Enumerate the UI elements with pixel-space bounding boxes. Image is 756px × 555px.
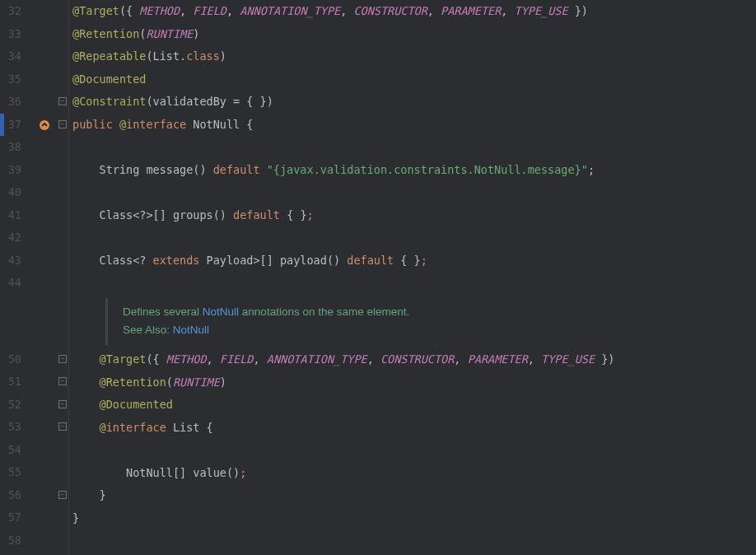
- code-editor[interactable]: 3233343536373839404142434450515253545556…: [0, 0, 756, 555]
- javadoc-link-notnull[interactable]: NotNull: [173, 324, 209, 336]
- code-line[interactable]: NotNull[] value();: [72, 462, 756, 485]
- line-number[interactable]: 40: [0, 181, 21, 204]
- fold-toggle-icon[interactable]: −: [58, 355, 67, 363]
- code-line[interactable]: @Repeatable(List.class): [72, 45, 756, 68]
- code-area[interactable]: @Target({ METHOD, FIELD, ANNOTATION_TYPE…: [69, 0, 756, 555]
- code-line[interactable]: @Documented: [72, 68, 756, 91]
- fold-toggle-icon[interactable]: −: [58, 97, 67, 105]
- line-number[interactable]: 38: [0, 136, 21, 159]
- line-number[interactable]: 32: [0, 0, 21, 23]
- code-line[interactable]: @Target({ METHOD, FIELD, ANNOTATION_TYPE…: [72, 0, 756, 23]
- code-line[interactable]: }: [72, 507, 756, 530]
- code-line[interactable]: [72, 226, 756, 250]
- line-number[interactable]: 52: [0, 394, 21, 417]
- fold-toggle-icon[interactable]: −: [58, 400, 67, 408]
- code-line[interactable]: }: [72, 484, 756, 507]
- code-line[interactable]: @Retention(RUNTIME): [72, 23, 756, 46]
- code-line[interactable]: @Target({ METHOD, FIELD, ANNOTATION_TYPE…: [72, 348, 756, 371]
- line-number[interactable]: 33: [0, 23, 21, 46]
- code-line[interactable]: String message() default "{javax.validat…: [72, 159, 756, 182]
- fold-toggle-icon[interactable]: −: [58, 422, 67, 431]
- line-number[interactable]: 43: [0, 250, 21, 273]
- javadoc-link-notnull[interactable]: NotNull: [203, 305, 239, 318]
- rendered-javadoc: Defines several NotNull annotations on t…: [105, 298, 756, 346]
- line-number[interactable]: 56: [0, 484, 21, 507]
- line-number[interactable]: 39: [0, 159, 21, 182]
- line-number-gutter[interactable]: 3233343536373839404142434450515253545556…: [0, 0, 35, 555]
- line-number[interactable]: 55: [0, 461, 21, 484]
- javadoc-see-also-label: See Also:: [123, 324, 170, 336]
- line-number[interactable]: 53: [0, 416, 21, 439]
- line-number[interactable]: 58: [0, 529, 21, 553]
- fold-toggle-icon[interactable]: −: [58, 120, 67, 128]
- fold-toggle-icon[interactable]: −: [58, 377, 67, 385]
- code-line[interactable]: Class<? extends Payload>[] payload() def…: [72, 250, 756, 273]
- code-line[interactable]: @Retention(RUNTIME): [72, 371, 756, 394]
- line-number[interactable]: 51: [0, 371, 21, 394]
- code-line[interactable]: Class<?>[] groups() default { };: [72, 204, 756, 227]
- fold-toggle-icon[interactable]: −: [58, 491, 67, 499]
- line-number[interactable]: 35: [0, 68, 21, 91]
- code-line[interactable]: [72, 439, 756, 462]
- code-line[interactable]: public @interface NotNull {: [72, 114, 756, 137]
- override-marker-icon[interactable]: [38, 119, 51, 132]
- line-number[interactable]: 37: [0, 114, 21, 137]
- code-line[interactable]: [72, 181, 756, 204]
- code-line[interactable]: @interface List {: [72, 417, 756, 440]
- code-line[interactable]: [72, 272, 756, 295]
- fold-column[interactable]: −−−−−−−: [58, 0, 69, 555]
- line-number[interactable]: 50: [0, 348, 21, 371]
- line-number[interactable]: 36: [0, 91, 21, 114]
- code-line[interactable]: @Documented: [72, 394, 756, 417]
- javadoc-text: annotations on the same element.: [242, 305, 409, 318]
- gutter-icon-column[interactable]: [35, 0, 58, 555]
- code-line[interactable]: [72, 529, 756, 553]
- code-line[interactable]: @Constraint(validatedBy = { }): [72, 91, 756, 114]
- line-number[interactable]: 44: [0, 272, 21, 295]
- line-number[interactable]: 54: [0, 439, 21, 462]
- line-number[interactable]: 34: [0, 45, 21, 68]
- javadoc-text: Defines several: [123, 305, 199, 318]
- line-number[interactable]: 42: [0, 226, 21, 250]
- line-number[interactable]: 41: [0, 204, 21, 227]
- code-line[interactable]: [72, 136, 756, 159]
- svg-point-0: [40, 120, 49, 130]
- line-number[interactable]: 57: [0, 506, 21, 529]
